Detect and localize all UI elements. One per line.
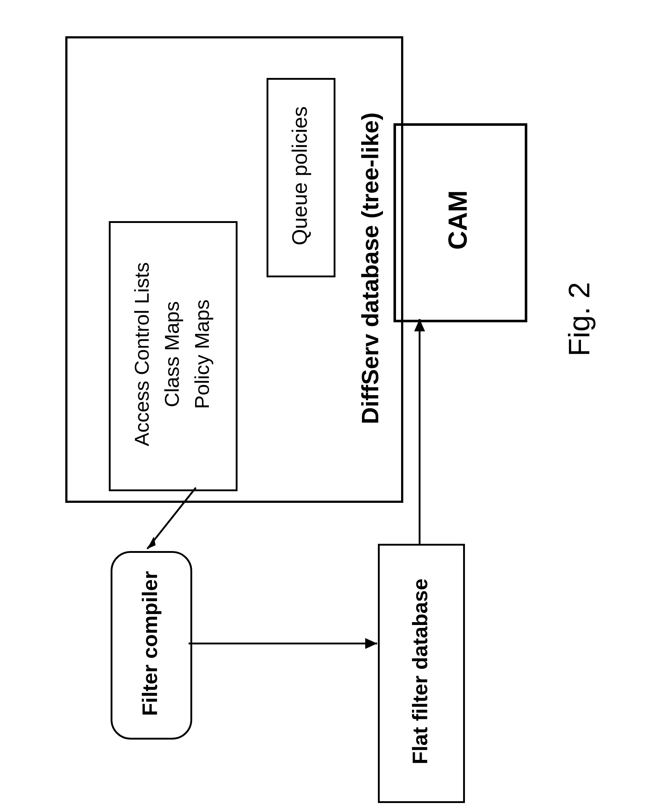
arrow-flatdb-to-cam (0, 0, 672, 807)
figure-caption: Fig. 2 (562, 282, 596, 356)
svg-marker-5 (414, 319, 425, 331)
